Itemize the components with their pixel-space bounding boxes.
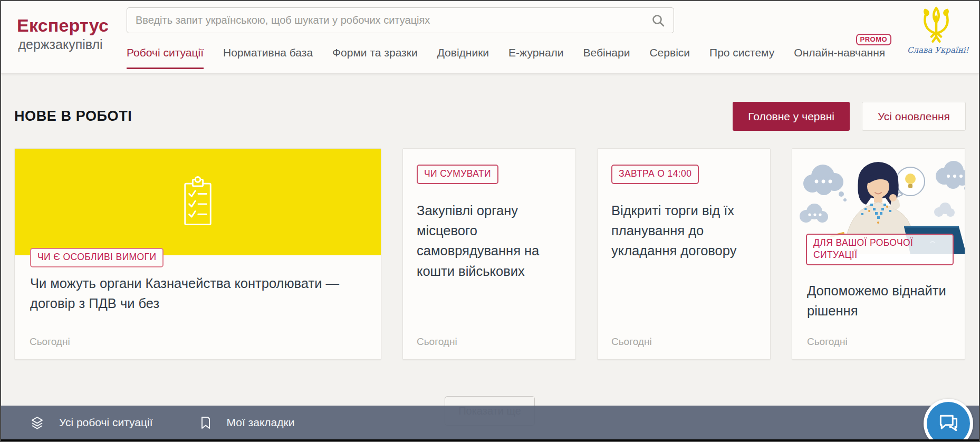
hero-yellow-banner [15,149,381,255]
window-bottom-edge [0,439,980,442]
nav-item-e-zhurnaly[interactable]: Е-журнали [508,46,564,68]
card-date: Сьогодні [807,336,848,348]
card-title: Відкриті торги від їх планування до укла… [611,200,756,261]
logo-subtitle: держзакупівлі [17,37,104,52]
main-in-june-button[interactable]: Головне у червні [733,102,850,131]
footer-item-label: Усі робочі ситуації [59,416,153,429]
card-title: Закупівлі органу місцевого самоврядуванн… [417,200,562,281]
card-open-tenders-webinar[interactable]: ЗАВТРА О 14:00 Відкриті торги від їх пла… [597,148,771,360]
nav-item-label: Онлайн-навчання [794,46,885,59]
nav-item-servisy[interactable]: Сервіси [649,46,690,68]
search-box [127,7,674,33]
card-local-government-purchases[interactable]: ЧИ СУМУВАТИ Закупівлі органу місцевого с… [402,148,576,360]
cards-grid: ЧИ Є ОСОБЛИВІ ВИМОГИ Чи можуть органи Ка… [14,148,965,360]
section-heading-row: НОВЕ В РОБОТІ Головне у червні Усі оновл… [14,102,966,131]
card-badge: ЧИ СУМУВАТИ [417,165,498,184]
my-bookmarks-link[interactable]: Мої закладки [199,416,295,430]
page-title: НОВЕ В РОБОТІ [14,108,132,124]
bottom-toolbar: Усі робочі ситуації Мої закладки [0,406,980,439]
card-title: Допоможемо віднайти рішення [807,281,955,321]
patriotic-block: Слава Україні! [907,4,965,55]
all-updates-button[interactable]: Усі оновлення [862,102,966,131]
card-date: Сьогодні [611,336,652,348]
all-work-situations-link[interactable]: Усі робочі ситуації [30,416,153,430]
clipboard-checklist-icon [181,174,214,229]
nav-item-dovidnyky[interactable]: Довідники [437,46,489,68]
chat-bubbles-icon [936,412,960,435]
promo-badge: PROMO [856,34,892,45]
card-badge: ДЛЯ ВАШОЇ РОБОЧОЇ СИТУАЦІЇ [806,234,954,265]
card-treasury-control[interactable]: ЧИ Є ОСОБЛИВІ ВИМОГИ Чи можуть органи Ка… [14,148,381,360]
nav-item-robochi-sytuatsii[interactable]: Робочі ситуації [127,46,204,69]
search-icon[interactable] [651,14,665,27]
layers-icon [30,416,44,430]
logo[interactable]: Експертус держзакупівлі [17,15,104,52]
bookmark-icon [199,416,212,430]
logo-brand: Експертус [17,15,104,36]
card-title: Чи можуть органи Казначейства контролюва… [30,273,362,314]
section-buttons: Головне у червні Усі оновлення [733,102,966,131]
nav-item-formy-ta-zrazky[interactable]: Форми та зразки [332,46,418,68]
main-nav: Робочі ситуації Нормативна база Форми та… [127,46,885,69]
nav-item-normatyvna-baza[interactable]: Нормативна база [223,46,313,68]
search-input[interactable] [127,8,651,33]
slogan-text: Слава Україні! [907,45,965,55]
card-find-solution[interactable]: ДЛЯ ВАШОЇ РОБОЧОЇ СИТУАЦІЇ Допоможемо ві… [792,148,965,360]
card-badge: ЧИ Є ОСОБЛИВІ ВИМОГИ [30,248,164,267]
nav-item-vebinary[interactable]: Вебінари [583,46,630,68]
nav-item-pro-systemu[interactable]: Про систему [709,46,774,68]
ukraine-trident-icon [917,4,956,44]
card-date: Сьогодні [30,336,70,348]
nav-item-onlain-navchannia[interactable]: Онлайн-навчання PROMO [794,46,885,68]
chat-widget-circle [927,402,970,442]
header: Експертус держзакупівлі Робочі ситуації … [0,0,980,74]
card-date: Сьогодні [417,336,457,348]
card-badge: ЗАВТРА О 14:00 [611,165,699,184]
footer-item-label: Мої закладки [227,416,295,429]
